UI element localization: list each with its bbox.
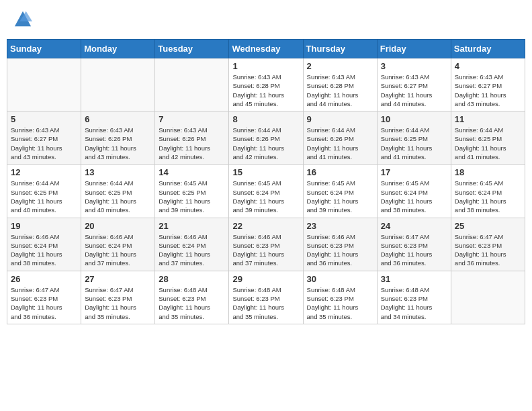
calendar-cell [155,58,229,111]
weekday-header-thursday: Thursday [303,40,377,58]
day-info: Sunrise: 6:46 AM Sunset: 6:23 PM Dayligh… [307,232,373,268]
calendar-cell: 22Sunrise: 6:46 AM Sunset: 6:23 PM Dayli… [229,218,303,271]
week-row-2: 5Sunrise: 6:43 AM Sunset: 6:27 PM Daylig… [7,111,525,165]
calendar-cell: 6Sunrise: 6:43 AM Sunset: 6:26 PM Daylig… [81,111,155,165]
calendar-cell: 24Sunrise: 6:47 AM Sunset: 6:23 PM Dayli… [377,218,451,271]
calendar-cell: 19Sunrise: 6:46 AM Sunset: 6:24 PM Dayli… [7,218,81,271]
calendar-cell: 8Sunrise: 6:44 AM Sunset: 6:26 PM Daylig… [229,111,303,165]
day-number: 11 [455,114,521,124]
calendar-cell: 26Sunrise: 6:47 AM Sunset: 6:23 PM Dayli… [7,271,81,324]
calendar-cell: 29Sunrise: 6:48 AM Sunset: 6:23 PM Dayli… [229,271,303,324]
logo [13,10,35,29]
day-number: 27 [85,274,151,284]
day-number: 2 [307,61,373,71]
day-number: 9 [307,114,373,124]
calendar-cell: 5Sunrise: 6:43 AM Sunset: 6:27 PM Daylig… [7,111,81,165]
calendar-cell: 31Sunrise: 6:48 AM Sunset: 6:23 PM Dayli… [377,271,451,324]
day-info: Sunrise: 6:45 AM Sunset: 6:24 PM Dayligh… [455,179,521,214]
week-row-5: 26Sunrise: 6:47 AM Sunset: 6:23 PM Dayli… [7,271,525,324]
day-number: 17 [381,167,447,177]
day-info: Sunrise: 6:46 AM Sunset: 6:24 PM Dayligh… [11,232,77,268]
calendar-cell: 11Sunrise: 6:44 AM Sunset: 6:25 PM Dayli… [451,111,525,165]
day-info: Sunrise: 6:43 AM Sunset: 6:27 PM Dayligh… [381,73,447,108]
calendar-cell: 9Sunrise: 6:44 AM Sunset: 6:26 PM Daylig… [303,111,377,165]
day-info: Sunrise: 6:45 AM Sunset: 6:24 PM Dayligh… [381,179,447,214]
day-number: 26 [11,274,77,284]
day-info: Sunrise: 6:44 AM Sunset: 6:26 PM Dayligh… [232,126,299,161]
calendar-cell: 17Sunrise: 6:45 AM Sunset: 6:24 PM Dayli… [377,165,451,218]
day-number: 3 [381,61,447,71]
day-number: 23 [307,221,373,231]
day-info: Sunrise: 6:44 AM Sunset: 6:25 PM Dayligh… [455,126,521,161]
day-info: Sunrise: 6:44 AM Sunset: 6:25 PM Dayligh… [85,179,151,214]
calendar-cell: 1Sunrise: 6:43 AM Sunset: 6:28 PM Daylig… [229,58,303,111]
day-number: 6 [85,114,151,124]
day-number: 24 [381,221,447,231]
day-info: Sunrise: 6:46 AM Sunset: 6:24 PM Dayligh… [85,232,151,268]
day-info: Sunrise: 6:43 AM Sunset: 6:28 PM Dayligh… [307,73,373,108]
calendar-cell: 23Sunrise: 6:46 AM Sunset: 6:23 PM Dayli… [303,218,377,271]
calendar-cell: 14Sunrise: 6:45 AM Sunset: 6:25 PM Dayli… [155,165,229,218]
day-info: Sunrise: 6:47 AM Sunset: 6:23 PM Dayligh… [85,285,151,321]
day-info: Sunrise: 6:44 AM Sunset: 6:26 PM Dayligh… [307,126,373,161]
day-number: 29 [232,274,299,284]
day-number: 14 [159,167,225,177]
calendar-cell: 27Sunrise: 6:47 AM Sunset: 6:23 PM Dayli… [81,271,155,324]
day-info: Sunrise: 6:43 AM Sunset: 6:27 PM Dayligh… [455,73,521,108]
day-info: Sunrise: 6:48 AM Sunset: 6:23 PM Dayligh… [381,285,447,321]
header [7,7,525,32]
weekday-header-saturday: Saturday [451,40,525,58]
day-info: Sunrise: 6:48 AM Sunset: 6:23 PM Dayligh… [232,285,299,321]
weekday-header-row: SundayMondayTuesdayWednesdayThursdayFrid… [7,40,525,58]
day-number: 22 [232,221,299,231]
day-number: 12 [11,167,77,177]
calendar-cell: 21Sunrise: 6:46 AM Sunset: 6:24 PM Dayli… [155,218,229,271]
logo-icon [13,10,32,29]
calendar-cell: 12Sunrise: 6:44 AM Sunset: 6:25 PM Dayli… [7,165,81,218]
calendar-cell [7,58,81,111]
calendar-cell: 28Sunrise: 6:48 AM Sunset: 6:23 PM Dayli… [155,271,229,324]
day-info: Sunrise: 6:47 AM Sunset: 6:23 PM Dayligh… [11,285,77,321]
calendar-cell: 7Sunrise: 6:43 AM Sunset: 6:26 PM Daylig… [155,111,229,165]
day-info: Sunrise: 6:48 AM Sunset: 6:23 PM Dayligh… [307,285,373,321]
calendar-cell: 10Sunrise: 6:44 AM Sunset: 6:25 PM Dayli… [377,111,451,165]
day-number: 25 [455,221,521,231]
day-number: 30 [307,274,373,284]
calendar-cell: 20Sunrise: 6:46 AM Sunset: 6:24 PM Dayli… [81,218,155,271]
weekday-header-wednesday: Wednesday [229,40,303,58]
calendar-cell [451,271,525,324]
day-info: Sunrise: 6:43 AM Sunset: 6:28 PM Dayligh… [232,73,299,108]
calendar-cell: 13Sunrise: 6:44 AM Sunset: 6:25 PM Dayli… [81,165,155,218]
day-info: Sunrise: 6:43 AM Sunset: 6:27 PM Dayligh… [11,126,77,161]
day-info: Sunrise: 6:43 AM Sunset: 6:26 PM Dayligh… [85,126,151,161]
calendar-cell: 4Sunrise: 6:43 AM Sunset: 6:27 PM Daylig… [451,58,525,111]
day-info: Sunrise: 6:47 AM Sunset: 6:23 PM Dayligh… [455,232,521,268]
day-info: Sunrise: 6:47 AM Sunset: 6:23 PM Dayligh… [381,232,447,268]
week-row-3: 12Sunrise: 6:44 AM Sunset: 6:25 PM Dayli… [7,165,525,218]
calendar-cell: 30Sunrise: 6:48 AM Sunset: 6:23 PM Dayli… [303,271,377,324]
calendar-cell: 2Sunrise: 6:43 AM Sunset: 6:28 PM Daylig… [303,58,377,111]
day-number: 16 [307,167,373,177]
day-info: Sunrise: 6:45 AM Sunset: 6:24 PM Dayligh… [307,179,373,214]
day-number: 15 [232,167,299,177]
day-number: 28 [159,274,225,284]
day-number: 18 [455,167,521,177]
day-info: Sunrise: 6:45 AM Sunset: 6:24 PM Dayligh… [232,179,299,214]
day-info: Sunrise: 6:46 AM Sunset: 6:24 PM Dayligh… [159,232,225,268]
day-info: Sunrise: 6:43 AM Sunset: 6:26 PM Dayligh… [159,126,225,161]
weekday-header-monday: Monday [81,40,155,58]
day-number: 20 [85,221,151,231]
calendar-cell [81,58,155,111]
calendar-cell: 25Sunrise: 6:47 AM Sunset: 6:23 PM Dayli… [451,218,525,271]
calendar-cell: 15Sunrise: 6:45 AM Sunset: 6:24 PM Dayli… [229,165,303,218]
day-info: Sunrise: 6:46 AM Sunset: 6:23 PM Dayligh… [232,232,299,268]
calendar-cell: 18Sunrise: 6:45 AM Sunset: 6:24 PM Dayli… [451,165,525,218]
day-number: 31 [381,274,447,284]
day-number: 10 [381,114,447,124]
day-info: Sunrise: 6:45 AM Sunset: 6:25 PM Dayligh… [159,179,225,214]
day-number: 13 [85,167,151,177]
day-number: 8 [232,114,299,124]
calendar-cell: 3Sunrise: 6:43 AM Sunset: 6:27 PM Daylig… [377,58,451,111]
day-number: 7 [159,114,225,124]
day-number: 4 [455,61,521,71]
